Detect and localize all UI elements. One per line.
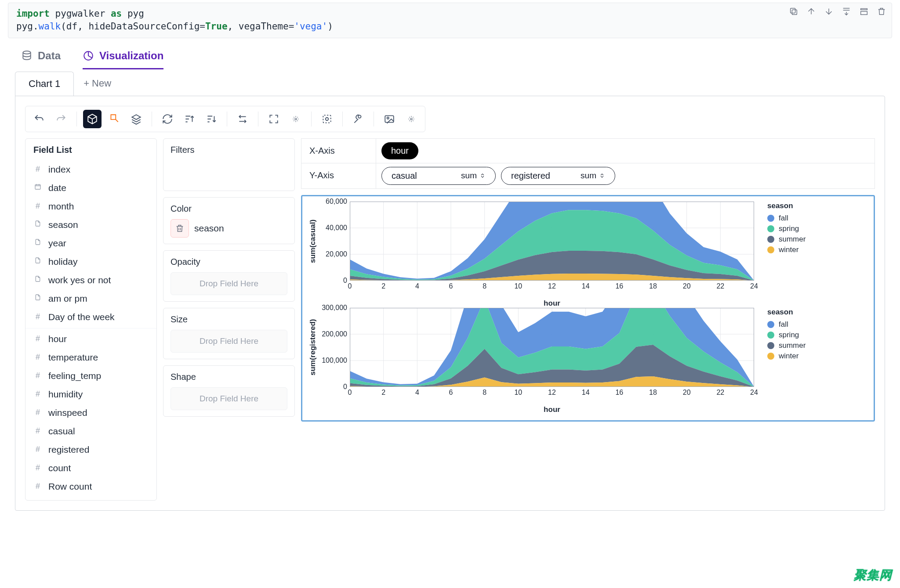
tab-visualization[interactable]: Visualization — [83, 50, 163, 69]
shelves-column: Filters Color season Opacity Drop Field … — [163, 138, 295, 417]
field-winspeed[interactable]: #winspeed — [25, 404, 156, 422]
tab-data[interactable]: Data — [21, 50, 61, 69]
field-index[interactable]: #index — [25, 160, 156, 179]
legend-item-spring[interactable]: spring — [767, 331, 824, 339]
y-axis-label: sum(registered) — [308, 308, 319, 387]
svg-point-6 — [295, 118, 297, 120]
legend-item-winter[interactable]: winter — [767, 245, 824, 254]
sort-asc-button[interactable] — [180, 110, 199, 128]
svg-rect-7 — [323, 115, 330, 123]
svg-point-8 — [326, 118, 329, 121]
y-chip-casual[interactable]: casualsum — [381, 167, 496, 185]
redo-button[interactable] — [52, 110, 70, 128]
legend-item-summer[interactable]: summer — [767, 235, 824, 244]
field-year[interactable]: year — [25, 234, 156, 253]
y-axis-label: sum(casual) — [308, 202, 319, 281]
move-up-icon[interactable] — [806, 6, 817, 17]
svg-rect-0 — [792, 10, 797, 14]
field-work-yes-or-not[interactable]: work yes or not — [25, 271, 156, 289]
code-content[interactable]: import pygwalker as pyg pyg.walk(df, hid… — [16, 7, 884, 33]
transpose-button[interactable] — [233, 110, 252, 128]
svg-point-9 — [358, 115, 361, 118]
shelf-opacity[interactable]: Opacity Drop Field Here — [163, 250, 295, 302]
field-month[interactable]: #month — [25, 197, 156, 216]
watermark: 聚集网 — [854, 567, 892, 584]
field-temperature[interactable]: #temperature — [25, 348, 156, 367]
field-season[interactable]: season — [25, 216, 156, 234]
x-axis-label: hour — [350, 405, 754, 414]
database-icon — [21, 50, 33, 61]
field-hour[interactable]: #hour — [25, 328, 156, 348]
y-chip-registered[interactable]: registeredsum — [501, 167, 615, 185]
move-down-icon[interactable] — [823, 6, 835, 17]
legend-item-fall[interactable]: fall — [767, 214, 824, 223]
legend-item-summer[interactable]: summer — [767, 341, 824, 350]
field-list: Field List #indexdate#monthseasonyearhol… — [25, 138, 157, 501]
top-tab-strip: Data Visualization — [0, 38, 900, 70]
shape-dropzone[interactable]: Drop Field Here — [171, 387, 287, 410]
chart-tab-new[interactable]: + New — [74, 72, 124, 95]
x-chip-hour[interactable]: hour — [381, 142, 418, 159]
copy-icon[interactable] — [788, 6, 799, 17]
chart-tab-1[interactable]: Chart 1 — [15, 72, 74, 96]
refresh-button[interactable] — [158, 110, 177, 128]
shelf-filters[interactable]: Filters — [163, 138, 295, 191]
layers-button[interactable] — [127, 110, 145, 128]
cell-toolbar — [788, 6, 887, 17]
cube-button[interactable] — [83, 110, 102, 128]
svg-rect-3 — [861, 11, 867, 14]
fullscreen-settings-button[interactable] — [287, 110, 305, 128]
sort-desc-button[interactable] — [202, 110, 221, 128]
field-registered[interactable]: #registered — [25, 440, 156, 459]
color-field-label[interactable]: season — [194, 223, 224, 234]
remove-color-field-button[interactable] — [171, 219, 189, 238]
export-image-button[interactable] — [380, 110, 399, 128]
field-date[interactable]: date — [25, 179, 156, 197]
shelf-color[interactable]: Color season — [163, 197, 295, 244]
legend: seasonfallspringsummerwinter — [767, 202, 824, 281]
y-axis-shelf[interactable]: Y-Axis casualsum registeredsum — [301, 163, 875, 189]
chart-icon — [83, 50, 94, 61]
code-cell: import pygwalker as pyg pyg.walk(df, hid… — [8, 3, 892, 38]
size-dropzone[interactable]: Drop Field Here — [171, 330, 287, 353]
legend-item-winter[interactable]: winter — [767, 352, 824, 361]
svg-point-11 — [387, 117, 389, 119]
field-casual[interactable]: #casual — [25, 422, 156, 440]
config-button[interactable] — [349, 110, 367, 128]
main-panel: Field List #indexdate#monthseasonyearhol… — [15, 96, 885, 511]
field-count[interactable]: #count — [25, 459, 156, 477]
shelf-size[interactable]: Size Drop Field Here — [163, 308, 295, 359]
field-Day-of-the-week[interactable]: #Day of the week — [25, 308, 156, 326]
legend: seasonfallspringsummerwinter — [767, 308, 824, 387]
field-list-title: Field List — [25, 145, 156, 160]
chart-tab-strip: Chart 1 + New — [0, 72, 900, 96]
export-settings-button[interactable] — [402, 110, 421, 128]
x-axis-label: hour — [350, 299, 754, 308]
undo-button[interactable] — [30, 110, 48, 128]
field-holiday[interactable]: holiday — [25, 253, 156, 271]
shelf-shape[interactable]: Shape Drop Field Here — [163, 365, 295, 417]
svg-rect-2 — [861, 9, 867, 10]
mark-rect-button[interactable] — [105, 110, 123, 128]
x-axis-shelf[interactable]: X-Axis hour — [301, 138, 875, 163]
geo-button[interactable] — [318, 110, 336, 128]
chart-toolbar — [25, 106, 425, 132]
area-chart — [350, 202, 754, 281]
svg-rect-13 — [35, 185, 40, 190]
chart-area: X-Axis hour Y-Axis casualsum registereds… — [301, 138, 875, 422]
svg-rect-1 — [791, 8, 795, 13]
insert-below-icon[interactable] — [841, 6, 852, 17]
field-feeling_temp[interactable]: #feeling_temp — [25, 367, 156, 385]
svg-point-12 — [410, 118, 412, 120]
legend-item-fall[interactable]: fall — [767, 320, 824, 329]
field-am-or-pm[interactable]: am or pm — [25, 289, 156, 308]
field-humidity[interactable]: #humidity — [25, 385, 156, 404]
svg-point-4 — [23, 51, 30, 54]
legend-item-spring[interactable]: spring — [767, 224, 824, 233]
chart-canvas: sum(casual)020,00040,00060,000seasonfall… — [301, 195, 875, 422]
fullscreen-button[interactable] — [265, 110, 283, 128]
field-Row-count[interactable]: #Row count — [25, 477, 156, 496]
delete-icon[interactable] — [876, 6, 887, 17]
opacity-dropzone[interactable]: Drop Field Here — [171, 272, 287, 295]
expand-icon[interactable] — [858, 6, 870, 17]
